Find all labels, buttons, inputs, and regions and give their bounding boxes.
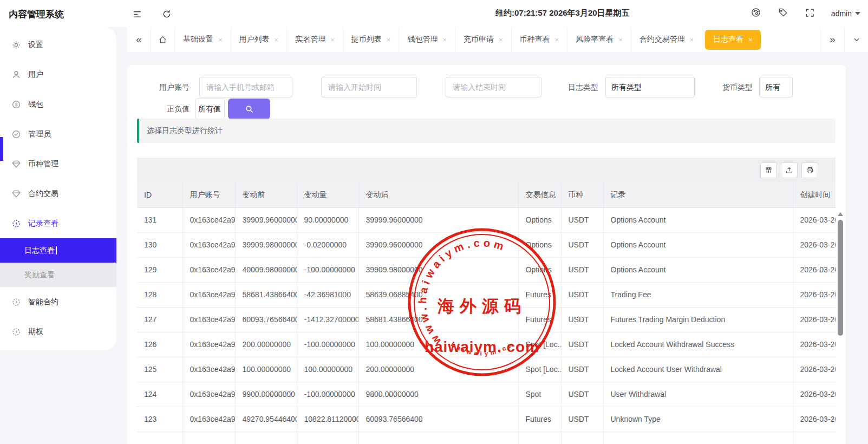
table-row[interactable]: 1280x163ce42a9b...58681.43866400-42.3698… <box>137 282 836 307</box>
export-icon <box>785 166 793 174</box>
table-row[interactable]: 1240x163ce42a9b...9900.00000000-100.0000… <box>137 382 836 407</box>
close-icon[interactable]: × <box>442 36 447 44</box>
tab-basic-settings[interactable]: 基础设置× <box>175 27 231 52</box>
tabs-menu-chevron-down-icon[interactable] <box>844 27 868 52</box>
text-cursor <box>56 246 57 254</box>
gear-icon <box>11 40 21 50</box>
export-button[interactable] <box>781 162 798 178</box>
log-table: ID 用户账号 变动前 变动量 变动后 交易信息 币种 记录 创建时间 1310… <box>137 182 836 444</box>
dollar-circle-icon: $ <box>11 100 21 109</box>
end-time-input[interactable] <box>446 77 541 97</box>
table-toolbar <box>137 158 836 182</box>
tab-deposit-requests[interactable]: 充币申请× <box>455 27 512 52</box>
alert-text: 选择日志类型进行统计 <box>147 126 223 136</box>
print-button[interactable] <box>801 162 818 178</box>
close-icon[interactable]: × <box>748 36 753 44</box>
tab-risk-rate-view[interactable]: 风险率查看× <box>567 27 631 52</box>
user-name: admin <box>831 9 852 18</box>
sidebar-item-coin-management[interactable]: 币种管理 <box>0 149 116 179</box>
col-before: 变动前 <box>235 182 297 207</box>
sidebar-item-contract-trading[interactable]: 合约交易 <box>0 179 116 208</box>
fullscreen-icon[interactable] <box>805 8 815 20</box>
close-icon[interactable]: × <box>499 36 503 44</box>
table-vertical-scrollbar[interactable] <box>837 210 844 444</box>
close-icon[interactable]: × <box>387 36 391 44</box>
sidebar-item-users[interactable]: 用户 <box>0 60 116 89</box>
sidebar-item-admins[interactable]: 管理员 <box>0 119 116 149</box>
info-alert: 选择日志类型进行统计 <box>137 119 836 143</box>
app-title: 内容管理系统 <box>9 8 64 21</box>
history-icon <box>11 297 21 307</box>
home-icon[interactable] <box>151 27 175 52</box>
col-account: 用户账号 <box>182 182 235 207</box>
top-header: 内容管理系统 纽约:07:21:57 2026年3月20日星期五 admin <box>0 0 868 27</box>
tab-bar: « 基础设置× 用户列表× 实名管理× 提币列表× 钱包管理× 充币申请× 币种… <box>127 27 868 52</box>
close-icon[interactable]: × <box>330 36 335 44</box>
scrollbar-thumb[interactable] <box>838 220 843 336</box>
account-label: 用户账号 <box>149 77 190 97</box>
sign-label: 正负值 <box>160 99 190 119</box>
sign-select[interactable]: 所有值 <box>195 99 225 119</box>
submenu-item-reward-view[interactable]: 奖励查看 <box>0 263 116 287</box>
tabs-collapse-left-icon[interactable]: « <box>127 27 151 52</box>
caret-down-icon <box>855 12 860 15</box>
svg-text:$: $ <box>15 102 18 107</box>
user-menu[interactable]: admin <box>831 9 860 18</box>
tab-log-view-active[interactable]: 日志查看× <box>705 30 761 50</box>
currency-type-select[interactable]: 所有 <box>759 77 793 97</box>
content-card: 用户账号 日志类型 所有类型 货币类型 所有 正负值 所有值 选择日志类型进行统… <box>127 65 846 444</box>
tab-wallet-management[interactable]: 钱包管理× <box>399 27 455 52</box>
col-after: 变动后 <box>358 182 518 207</box>
tab-withdrawal-list[interactable]: 提币列表× <box>343 27 400 52</box>
refresh-icon[interactable] <box>160 7 174 21</box>
currency-type-label: 货币类型 <box>720 77 753 97</box>
records-submenu: 日志查看 奖励查看 <box>0 238 116 287</box>
col-info: 交易信息 <box>518 182 561 207</box>
table-row[interactable]: 1290x163ce42a9b...40009.98000000-100.000… <box>137 257 836 282</box>
table-row[interactable]: 1260x163ce42a9b...200.00000000-100.00000… <box>137 332 836 357</box>
gem-icon <box>11 159 21 169</box>
history-icon <box>11 327 21 337</box>
account-input[interactable] <box>199 77 292 97</box>
user-icon <box>11 70 21 80</box>
table-row[interactable]: 1270x163ce42a9b...60093.76566400-1412.32… <box>137 307 836 332</box>
log-type-select[interactable]: 所有类型 <box>605 77 695 97</box>
close-icon[interactable]: × <box>618 36 623 44</box>
sidebar-item-wallet[interactable]: $ 钱包 <box>0 89 116 119</box>
sidebar-item-records[interactable]: 记录查看 <box>0 208 116 238</box>
sidebar-item-options[interactable]: 期权 <box>0 317 116 347</box>
search-button[interactable] <box>228 99 270 119</box>
table-row-partial[interactable] <box>137 432 836 444</box>
table-row[interactable]: 1310x163ce42a9b...39909.9600000090.00000… <box>137 207 836 232</box>
close-icon[interactable]: × <box>275 36 279 44</box>
log-type-label: 日志类型 <box>566 77 598 97</box>
table-row[interactable]: 1230x163ce42a9b...49270.9544640010822.81… <box>137 407 836 432</box>
start-time-input[interactable] <box>321 77 417 97</box>
sidebar-item-smart-contract[interactable]: 智能合约 <box>0 287 116 317</box>
sidebar-scroll-indicator <box>0 137 3 161</box>
print-icon <box>806 166 814 174</box>
col-record: 记录 <box>603 182 793 207</box>
close-icon[interactable]: × <box>218 36 223 44</box>
scroll-up-arrow-icon[interactable] <box>838 212 843 216</box>
submenu-item-log-view[interactable]: 日志查看 <box>0 238 116 263</box>
tab-coin-view[interactable]: 币种查看× <box>512 27 568 52</box>
col-coin: 币种 <box>561 182 603 207</box>
tag-icon[interactable] <box>778 7 788 20</box>
tab-user-list[interactable]: 用户列表× <box>231 27 288 52</box>
close-icon[interactable]: × <box>690 36 694 44</box>
columns-icon <box>765 166 773 174</box>
shield-check-icon <box>11 129 21 139</box>
palette-icon[interactable] <box>750 7 761 20</box>
tabs-scroll-right-icon[interactable]: » <box>820 27 844 52</box>
tab-contract-trade-management[interactable]: 合约交易管理× <box>631 27 703 52</box>
menu-fold-icon[interactable] <box>130 7 144 21</box>
table-row[interactable]: 1300x163ce42a9b...39909.98000000-0.02000… <box>137 232 836 257</box>
col-change: 变动量 <box>297 182 358 207</box>
sidebar-item-settings[interactable]: 设置 <box>0 30 116 60</box>
table-row[interactable]: 1250x163ce42a9b...100.00000000100.000000… <box>137 357 836 382</box>
tab-kyc-management[interactable]: 实名管理× <box>287 27 343 52</box>
search-icon <box>245 105 254 114</box>
close-icon[interactable]: × <box>555 36 559 44</box>
columns-setting-button[interactable] <box>760 162 777 178</box>
